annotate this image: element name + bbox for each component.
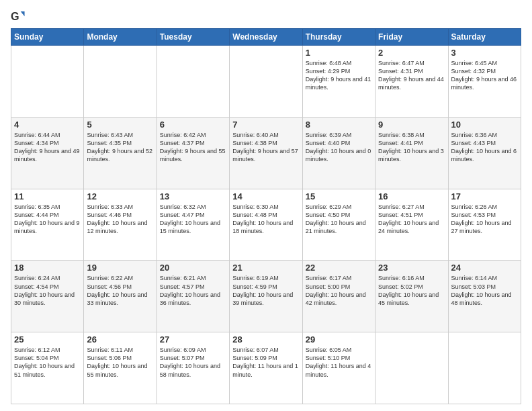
header: G: [11, 9, 521, 24]
day-info: Sunrise: 6:16 AM Sunset: 5:02 PM Dayligh…: [378, 274, 445, 307]
calendar-day-cell: 16Sunrise: 6:27 AM Sunset: 4:51 PM Dayli…: [375, 189, 448, 261]
day-info: Sunrise: 6:29 AM Sunset: 4:50 PM Dayligh…: [306, 203, 372, 236]
day-number: 15: [306, 191, 372, 201]
day-number: 23: [378, 263, 445, 273]
day-info: Sunrise: 6:32 AM Sunset: 4:47 PM Dayligh…: [160, 203, 226, 236]
day-info: Sunrise: 6:19 AM Sunset: 4:59 PM Dayligh…: [232, 274, 299, 307]
calendar-day-cell: 15Sunrise: 6:29 AM Sunset: 4:50 PM Dayli…: [302, 189, 375, 261]
day-number: 28: [232, 334, 299, 345]
calendar-day-header: Thursday: [302, 29, 375, 46]
calendar-day-cell: 12Sunrise: 6:33 AM Sunset: 4:46 PM Dayli…: [84, 189, 157, 261]
day-number: 5: [87, 120, 153, 130]
day-number: 3: [451, 48, 518, 58]
day-number: 24: [451, 263, 518, 273]
day-number: 8: [306, 120, 372, 130]
day-info: Sunrise: 6:40 AM Sunset: 4:38 PM Dayligh…: [232, 131, 299, 164]
day-number: 26: [87, 334, 153, 345]
day-info: Sunrise: 6:22 AM Sunset: 4:56 PM Dayligh…: [87, 274, 153, 307]
day-info: Sunrise: 6:17 AM Sunset: 5:00 PM Dayligh…: [306, 274, 372, 307]
day-info: Sunrise: 6:39 AM Sunset: 4:40 PM Dayligh…: [306, 131, 372, 164]
calendar-day-header: Saturday: [448, 29, 521, 46]
day-number: 21: [232, 263, 299, 273]
day-info: Sunrise: 6:42 AM Sunset: 4:37 PM Dayligh…: [160, 131, 226, 164]
day-info: Sunrise: 6:07 AM Sunset: 5:09 PM Dayligh…: [232, 346, 299, 379]
calendar-day-cell: 5Sunrise: 6:43 AM Sunset: 4:35 PM Daylig…: [84, 117, 157, 189]
day-info: Sunrise: 6:48 AM Sunset: 4:29 PM Dayligh…: [306, 59, 372, 92]
day-info: Sunrise: 6:30 AM Sunset: 4:48 PM Dayligh…: [232, 203, 299, 236]
calendar-week-row: 4Sunrise: 6:44 AM Sunset: 4:34 PM Daylig…: [11, 117, 521, 189]
calendar-day-cell: 8Sunrise: 6:39 AM Sunset: 4:40 PM Daylig…: [302, 117, 375, 189]
calendar-day-cell: 7Sunrise: 6:40 AM Sunset: 4:38 PM Daylig…: [230, 117, 302, 189]
calendar-day-cell: 24Sunrise: 6:14 AM Sunset: 5:03 PM Dayli…: [448, 261, 521, 332]
calendar-week-row: 1Sunrise: 6:48 AM Sunset: 4:29 PM Daylig…: [11, 46, 521, 118]
calendar-week-row: 18Sunrise: 6:24 AM Sunset: 4:54 PM Dayli…: [11, 261, 521, 332]
calendar-day-cell: 3Sunrise: 6:45 AM Sunset: 4:32 PM Daylig…: [448, 46, 521, 118]
day-number: 29: [306, 334, 372, 345]
calendar-day-cell: 2Sunrise: 6:47 AM Sunset: 4:31 PM Daylig…: [375, 46, 448, 118]
calendar-day-cell: 20Sunrise: 6:21 AM Sunset: 4:57 PM Dayli…: [157, 261, 229, 332]
day-number: 18: [14, 263, 81, 273]
calendar-day-header: Tuesday: [157, 29, 229, 46]
calendar-day-cell: [84, 46, 157, 118]
day-info: Sunrise: 6:26 AM Sunset: 4:53 PM Dayligh…: [451, 203, 518, 236]
calendar-day-cell: 6Sunrise: 6:42 AM Sunset: 4:37 PM Daylig…: [157, 117, 229, 189]
day-number: 2: [378, 48, 445, 58]
calendar-day-cell: 26Sunrise: 6:11 AM Sunset: 5:06 PM Dayli…: [84, 332, 157, 404]
calendar-day-cell: 9Sunrise: 6:38 AM Sunset: 4:41 PM Daylig…: [375, 117, 448, 189]
day-info: Sunrise: 6:14 AM Sunset: 5:03 PM Dayligh…: [451, 274, 518, 307]
calendar-day-cell: 19Sunrise: 6:22 AM Sunset: 4:56 PM Dayli…: [84, 261, 157, 332]
day-info: Sunrise: 6:47 AM Sunset: 4:31 PM Dayligh…: [378, 59, 445, 92]
calendar-day-cell: [230, 46, 302, 118]
calendar-week-row: 25Sunrise: 6:12 AM Sunset: 5:04 PM Dayli…: [11, 332, 521, 404]
day-info: Sunrise: 6:44 AM Sunset: 4:34 PM Dayligh…: [14, 131, 81, 164]
day-number: 1: [306, 48, 372, 58]
day-number: 6: [160, 120, 226, 130]
day-number: 19: [87, 263, 153, 273]
calendar-day-cell: 14Sunrise: 6:30 AM Sunset: 4:48 PM Dayli…: [230, 189, 302, 261]
calendar-day-cell: 28Sunrise: 6:07 AM Sunset: 5:09 PM Dayli…: [230, 332, 302, 404]
day-number: 27: [160, 334, 226, 345]
day-number: 17: [451, 191, 518, 201]
calendar-day-cell: 17Sunrise: 6:26 AM Sunset: 4:53 PM Dayli…: [448, 189, 521, 261]
calendar-day-cell: 11Sunrise: 6:35 AM Sunset: 4:44 PM Dayli…: [11, 189, 84, 261]
svg-text:G: G: [11, 10, 19, 22]
day-number: 13: [160, 191, 226, 201]
day-info: Sunrise: 6:21 AM Sunset: 4:57 PM Dayligh…: [160, 274, 226, 307]
day-info: Sunrise: 6:09 AM Sunset: 5:07 PM Dayligh…: [160, 346, 226, 379]
calendar-day-cell: 18Sunrise: 6:24 AM Sunset: 4:54 PM Dayli…: [11, 261, 84, 332]
svg-marker-1: [21, 11, 25, 16]
day-number: 20: [160, 263, 226, 273]
day-info: Sunrise: 6:38 AM Sunset: 4:41 PM Dayligh…: [378, 131, 445, 164]
calendar-day-cell: [375, 332, 448, 404]
page: G SundayMondayTuesdayWednesdayThursdayFr…: [0, 0, 532, 411]
calendar-day-cell: 23Sunrise: 6:16 AM Sunset: 5:02 PM Dayli…: [375, 261, 448, 332]
day-number: 10: [451, 120, 518, 130]
calendar-day-cell: [11, 46, 84, 118]
calendar-day-header: Sunday: [11, 29, 84, 46]
day-info: Sunrise: 6:27 AM Sunset: 4:51 PM Dayligh…: [378, 203, 445, 236]
day-number: 22: [306, 263, 372, 273]
calendar-day-cell: 1Sunrise: 6:48 AM Sunset: 4:29 PM Daylig…: [302, 46, 375, 118]
day-number: 16: [378, 191, 445, 201]
day-number: 4: [14, 120, 81, 130]
calendar-day-cell: 27Sunrise: 6:09 AM Sunset: 5:07 PM Dayli…: [157, 332, 229, 404]
day-number: 14: [232, 191, 299, 201]
calendar-day-cell: 21Sunrise: 6:19 AM Sunset: 4:59 PM Dayli…: [230, 261, 302, 332]
calendar-week-row: 11Sunrise: 6:35 AM Sunset: 4:44 PM Dayli…: [11, 189, 521, 261]
day-info: Sunrise: 6:24 AM Sunset: 4:54 PM Dayligh…: [14, 274, 81, 307]
day-number: 25: [14, 334, 81, 345]
calendar-day-header: Friday: [375, 29, 448, 46]
calendar-day-cell: 25Sunrise: 6:12 AM Sunset: 5:04 PM Dayli…: [11, 332, 84, 404]
calendar-day-cell: [448, 332, 521, 404]
day-info: Sunrise: 6:43 AM Sunset: 4:35 PM Dayligh…: [87, 131, 153, 164]
day-number: 7: [232, 120, 299, 130]
day-info: Sunrise: 6:35 AM Sunset: 4:44 PM Dayligh…: [14, 203, 81, 236]
day-info: Sunrise: 6:12 AM Sunset: 5:04 PM Dayligh…: [14, 346, 81, 379]
calendar-day-header: Wednesday: [230, 29, 302, 46]
day-info: Sunrise: 6:11 AM Sunset: 5:06 PM Dayligh…: [87, 346, 153, 379]
day-info: Sunrise: 6:33 AM Sunset: 4:46 PM Dayligh…: [87, 203, 153, 236]
calendar-header-row: SundayMondayTuesdayWednesdayThursdayFrid…: [11, 29, 521, 46]
calendar-day-header: Monday: [84, 29, 157, 46]
day-number: 9: [378, 120, 445, 130]
calendar-table: SundayMondayTuesdayWednesdayThursdayFrid…: [11, 28, 521, 404]
